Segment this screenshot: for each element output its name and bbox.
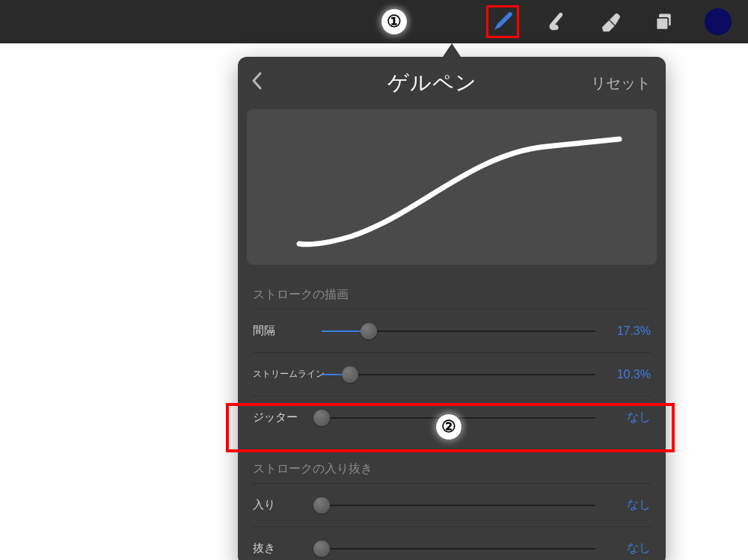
slider-label-streamline: ストリームライン	[253, 369, 319, 380]
panel-title: ゲルペン	[387, 69, 477, 97]
brush-icon	[491, 10, 515, 34]
brush-settings-panel: ゲルペン リセット ストロークの描画 間隔 17.3% ストリームライン 10.…	[238, 57, 666, 560]
slider-thumb[interactable]	[313, 541, 330, 557]
slider-track[interactable]	[322, 548, 595, 550]
eraser-icon	[599, 10, 622, 33]
slider-value-jitter: なし	[603, 410, 651, 425]
layers-icon	[654, 11, 675, 32]
slider-value-taper-start: なし	[603, 497, 651, 513]
section-stroke-taper: ストロークの入り抜き	[238, 439, 666, 483]
slider-track[interactable]	[322, 330, 595, 332]
color-picker[interactable]	[702, 5, 735, 38]
annotation-1: ①	[381, 8, 408, 35]
slider-label-jitter: ジッター	[253, 410, 319, 425]
slider-label-spacing: 間隔	[253, 324, 319, 338]
slider-track[interactable]	[322, 505, 595, 506]
smudge-icon	[545, 10, 568, 33]
slider-thumb[interactable]	[313, 497, 330, 514]
color-swatch-icon	[705, 8, 732, 35]
reset-button[interactable]: リセット	[591, 73, 651, 93]
slider-spacing[interactable]: 間隔 17.3%	[253, 309, 651, 352]
slider-taper-start[interactable]: 入り なし	[253, 483, 651, 526]
brush-tool[interactable]	[486, 5, 519, 38]
slider-track[interactable]	[322, 374, 595, 375]
panel-arrow	[443, 43, 461, 57]
slider-thumb[interactable]	[313, 410, 330, 426]
section-stroke-draw: ストロークの描画	[238, 265, 666, 309]
layers-tool[interactable]	[648, 5, 681, 38]
eraser-tool[interactable]	[594, 5, 627, 38]
slider-label-taper-end: 抜き	[253, 541, 319, 556]
slider-value-taper-end: なし	[603, 541, 651, 556]
stroke-taper-sliders: 入り なし 抜き なし	[238, 483, 666, 560]
chevron-left-icon	[251, 72, 262, 90]
slider-taper-end[interactable]: 抜き なし	[253, 526, 651, 560]
smudge-tool[interactable]	[540, 5, 573, 38]
slider-streamline[interactable]: ストリームライン 10.3%	[253, 352, 651, 396]
annotation-2: ②	[435, 413, 462, 440]
panel-header: ゲルペン リセット	[238, 57, 666, 105]
slider-value-streamline: 10.3%	[603, 368, 651, 381]
slider-label-taper-start: 入り	[253, 498, 319, 512]
top-toolbar	[0, 0, 748, 43]
stroke-preview	[247, 109, 657, 265]
back-button[interactable]	[251, 72, 274, 95]
slider-value-spacing: 17.3%	[603, 324, 651, 338]
svg-rect-1	[657, 18, 669, 30]
slider-thumb[interactable]	[361, 323, 377, 339]
stroke-preview-curve	[247, 109, 657, 265]
slider-thumb[interactable]	[342, 366, 358, 383]
